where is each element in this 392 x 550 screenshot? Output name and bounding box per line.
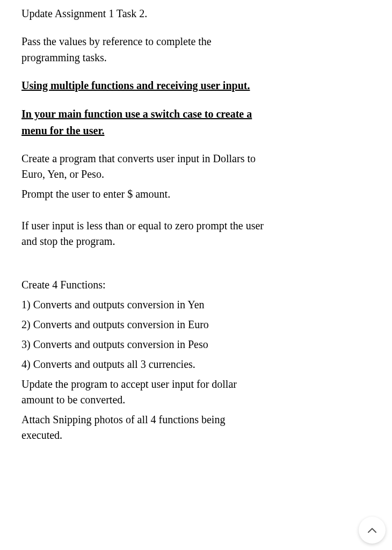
function-2: 2) Converts and outputs conversion in Eu… xyxy=(21,317,266,332)
scroll-to-top-button[interactable] xyxy=(359,517,386,544)
function-1: 1) Converts and outputs conversion in Ye… xyxy=(21,297,266,313)
update-instruction: Update the program to accept user input … xyxy=(21,377,266,408)
function-4: 4) Converts and outputs all 3 currencies… xyxy=(21,357,266,372)
function-3: 3) Converts and outputs conversion in Pe… xyxy=(21,337,266,352)
prompt-instruction: Prompt the user to enter $ amount. xyxy=(21,186,266,202)
intro-paragraph: Pass the values by reference to complete… xyxy=(21,33,266,66)
chevron-up-icon xyxy=(368,525,376,535)
functions-header: Create 4 Functions: xyxy=(21,277,266,293)
document-body: Update Assignment 1 Task 2. Pass the val… xyxy=(21,5,266,443)
attach-instruction: Attach Snipping photos of all 4 function… xyxy=(21,412,266,443)
assignment-title: Update Assignment 1 Task 2. xyxy=(21,5,266,21)
program-description: Create a program that converts user inpu… xyxy=(21,151,266,182)
validation-instruction: If user input is less than or equal to z… xyxy=(21,218,266,249)
section-heading-switch: In your main function use a switch case … xyxy=(21,106,266,139)
section-heading-functions: Using multiple functions and receiving u… xyxy=(21,77,266,94)
